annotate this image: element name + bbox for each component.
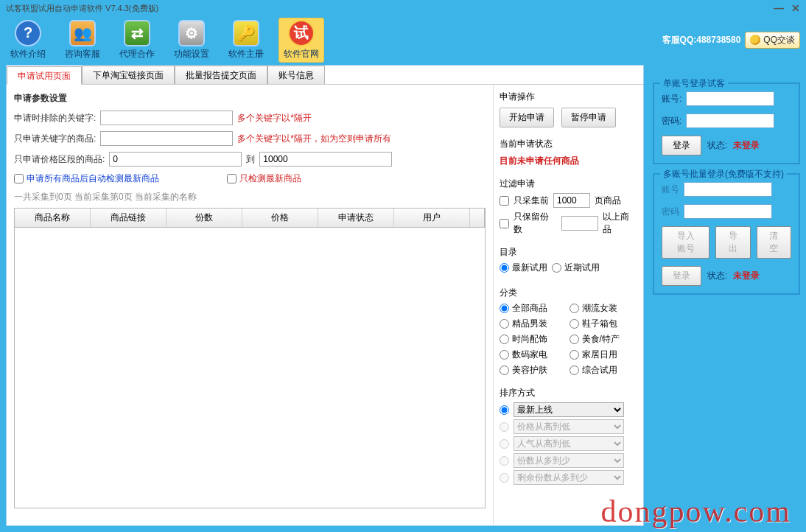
toolbar-label: 软件主册: [228, 48, 264, 60]
login-button[interactable]: 登录: [662, 136, 701, 155]
window-buttons: — ✕: [774, 2, 800, 14]
mpwd-label: 密码: [662, 206, 679, 218]
result-grid: 商品名称 商品链接 份数 价格 申请状态 用户: [14, 208, 486, 508]
close-button[interactable]: ✕: [791, 2, 800, 14]
minimize-button[interactable]: —: [774, 2, 784, 14]
window-title: 试客联盟试用自动申请软件 V7.4.3(免费版): [6, 3, 774, 14]
toolbar-intro[interactable]: ? 软件介绍: [6, 18, 50, 62]
only-detect-label: 只检测最新商品: [239, 172, 301, 185]
single-login-box: 单账号登录试客 账号: 密码: 登录 状态: 未登录: [653, 83, 800, 164]
tab-taobao[interactable]: 下单淘宝链接页面: [82, 66, 175, 84]
grid-header: 商品名称 商品链接 份数 价格 申请状态 用户: [15, 209, 485, 228]
multi-login-title: 多账号批量登录(免费版不支持): [660, 168, 787, 181]
toolbar-label: 代理合作: [119, 48, 155, 60]
pause-apply-button[interactable]: 暂停申请: [561, 108, 616, 127]
price-from-input[interactable]: [109, 152, 242, 167]
topn-input[interactable]: [553, 193, 590, 208]
params-title: 申请参数设置: [14, 92, 486, 105]
side-panels: 单账号登录试客 账号: 密码: 登录 状态: 未登录 多账号批量登录(免费版不支…: [653, 83, 800, 295]
col-user[interactable]: 用户: [394, 209, 470, 227]
export-button: 导出: [715, 226, 751, 259]
key-icon: 🔑: [233, 20, 259, 46]
mpwd-input: [684, 204, 772, 219]
sort-title: 排序方式: [500, 387, 637, 399]
qq-badge-text: QQ交谈: [763, 34, 795, 46]
toolbar-label: 功能设置: [174, 48, 209, 60]
topn-post: 页商品: [595, 195, 621, 207]
keep-checkbox[interactable]: [500, 219, 509, 228]
mstatus-pre: 状态:: [707, 270, 727, 282]
exclude-kw-input[interactable]: [100, 111, 233, 125]
cat-opt[interactable]: 美容护肤: [500, 364, 568, 377]
col-spacer: [470, 209, 485, 227]
keep-input[interactable]: [561, 216, 598, 231]
cat-opt[interactable]: 精品男装: [500, 318, 568, 330]
sort-radio: [500, 439, 509, 449]
filter-title: 过滤申请: [500, 178, 637, 190]
users-icon: 👥: [69, 20, 96, 46]
keep-post: 以上商品: [603, 211, 637, 236]
start-apply-button[interactable]: 开始申请: [500, 108, 554, 127]
clear-button: 清空: [757, 226, 792, 259]
cur-status-text: 目前未申请任何商品: [500, 155, 637, 167]
sort-radio: [500, 473, 509, 483]
sort-select-2: 人气从高到低: [514, 436, 624, 451]
col-price[interactable]: 价格: [242, 209, 318, 227]
price-range-label: 只申请价格区段的商品:: [14, 153, 105, 166]
cat-opt[interactable]: 鞋子箱包: [570, 318, 638, 330]
qq-area: 客服QQ:488738580 QQ交谈: [662, 32, 800, 49]
dir-opt-latest[interactable]: 最新试用: [500, 262, 547, 274]
price-to-label: 到: [246, 153, 255, 166]
col-name[interactable]: 商品名称: [15, 209, 91, 227]
only-kw-hint: 多个关键字以*隔开，如为空则申请所有: [237, 133, 391, 145]
share-icon: ⇄: [124, 20, 150, 46]
col-count[interactable]: 份数: [167, 209, 242, 227]
cat-opt[interactable]: 家居日用: [570, 349, 638, 361]
topn-pre: 只采集前: [514, 195, 549, 207]
acct-label: 账号:: [662, 93, 681, 105]
tab-report[interactable]: 批量报告提交页面: [175, 66, 267, 84]
pwd-label: 密码:: [662, 115, 681, 127]
cat-opt[interactable]: 潮流女装: [570, 302, 638, 315]
toolbar-settings[interactable]: ⚙ 功能设置: [169, 18, 214, 62]
dir-opt-recent[interactable]: 近期试用: [552, 262, 600, 274]
single-login-title: 单账号登录试客: [660, 77, 728, 90]
col-link[interactable]: 商品链接: [91, 209, 167, 227]
price-to-input[interactable]: [259, 152, 392, 167]
help-icon: ?: [15, 20, 41, 46]
sort-select-1: 价格从高到低: [514, 419, 624, 434]
acct-input[interactable]: [686, 91, 774, 106]
cat-opt[interactable]: 综合试用: [570, 364, 638, 377]
sort-select-0[interactable]: 最新上线: [514, 402, 624, 417]
toolbar-register[interactable]: 🔑 软件主册: [224, 18, 268, 62]
toolbar-support[interactable]: 👥 咨询客服: [60, 18, 105, 62]
only-detect-check[interactable]: 只检测最新商品: [227, 172, 301, 185]
auto-detect-label: 申请所有商品后自动检测最新商品: [27, 172, 159, 185]
topn-checkbox[interactable]: [500, 196, 509, 206]
col-status[interactable]: 申请状态: [318, 209, 394, 227]
qq-chat-button[interactable]: QQ交谈: [745, 32, 800, 49]
only-kw-label: 只申请关键字的商品:: [14, 133, 96, 145]
toolbar-agent[interactable]: ⇄ 代理合作: [115, 18, 159, 62]
cat-opt[interactable]: 全部商品: [500, 302, 568, 315]
tabs: 申请试用页面 下单淘宝链接页面 批量报告提交页面 账号信息: [7, 66, 643, 85]
tab-apply[interactable]: 申请试用页面: [7, 66, 82, 85]
only-kw-input[interactable]: [100, 131, 233, 146]
multi-login-box: 多账号批量登录(免费版不支持) 账号 密码 导入账号 导出 清空 登录 状态: …: [653, 173, 800, 295]
gear-icon: ⚙: [178, 20, 205, 46]
tab-account[interactable]: 账号信息: [267, 66, 325, 84]
auto-detect-check[interactable]: 申请所有商品后自动检测最新商品: [14, 172, 159, 185]
cat-opt[interactable]: 时尚配饰: [500, 333, 568, 346]
sort-select-3: 份数从多到少: [514, 453, 624, 468]
cat-opt[interactable]: 数码家电: [500, 349, 568, 361]
sort-radio[interactable]: [500, 405, 509, 415]
toolbar-website[interactable]: 试 软件官网: [278, 18, 324, 63]
toolbar: ? 软件介绍 👥 咨询客服 ⇄ 代理合作 ⚙ 功能设置 🔑 软件主册 试 软件官…: [0, 16, 806, 63]
left-pane: 申请参数设置 申请时排除的关键字: 多个关键字以*隔开 只申请关键字的商品: 多…: [7, 85, 493, 525]
cat-opt[interactable]: 美食/特产: [570, 333, 638, 346]
auto-detect-checkbox[interactable]: [14, 174, 24, 183]
pwd-input[interactable]: [686, 113, 774, 128]
grid-body[interactable]: [15, 228, 485, 508]
only-detect-checkbox[interactable]: [227, 174, 236, 183]
sort-radio: [500, 422, 509, 432]
